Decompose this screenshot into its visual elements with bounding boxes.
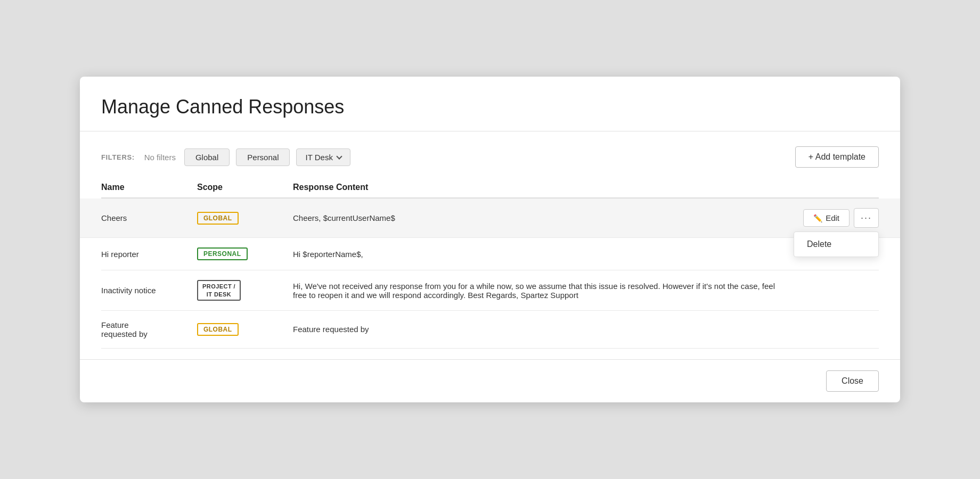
row-scope-3: GLOBAL (197, 323, 293, 336)
modal: Manage Canned Responses FILTERS: No filt… (80, 77, 900, 402)
header-actions (783, 183, 879, 192)
filters-label: FILTERS: (101, 153, 135, 161)
modal-title: Manage Canned Responses (101, 96, 879, 118)
filter-itdesk-label: IT Desk (305, 153, 332, 162)
row-scope-2: PROJECT /IT DESK (197, 280, 293, 301)
scope-badge-1: PERSONAL (197, 247, 248, 260)
row-content-1: Hi $reporterName$, (293, 250, 783, 259)
row-actions-0: ✏️ Edit ··· Delete (783, 208, 879, 228)
delete-menu-item[interactable]: Delete (794, 232, 878, 257)
row-scope-1: PERSONAL (197, 247, 293, 260)
filter-personal-button[interactable]: Personal (236, 148, 290, 166)
edit-button-0[interactable]: ✏️ Edit (803, 209, 850, 227)
modal-footer: Close (80, 359, 900, 402)
close-button[interactable]: Close (826, 370, 879, 392)
header-scope: Scope (197, 183, 293, 192)
row-content-2: Hi, We've not received any response from… (293, 282, 783, 300)
dropdown-menu: Delete (794, 232, 879, 257)
header-name: Name (101, 183, 197, 192)
chevron-down-icon (336, 154, 342, 160)
scope-badge-3: GLOBAL (197, 323, 239, 336)
modal-body: FILTERS: No filters Global Personal IT D… (80, 131, 900, 349)
modal-header: Manage Canned Responses (80, 77, 900, 131)
edit-label: Edit (826, 213, 839, 222)
pencil-icon: ✏️ (813, 214, 822, 222)
table-row: Featurerequested by GLOBAL Feature reque… (101, 311, 879, 349)
row-name-1: Hi reporter (101, 250, 197, 259)
row-name-3: Featurerequested by (101, 320, 197, 338)
row-name-2: Inactivity notice (101, 286, 197, 295)
header-content: Response Content (293, 183, 783, 192)
row-content-0: Cheers, $currentUserName$ (293, 213, 783, 222)
more-button-0[interactable]: ··· (854, 208, 879, 228)
table-row: Inactivity notice PROJECT /IT DESK Hi, W… (101, 270, 879, 311)
table-row: Cheers GLOBAL Cheers, $currentUserName$ … (80, 199, 900, 238)
row-content-3: Feature requested by (293, 325, 783, 334)
filters-row: FILTERS: No filters Global Personal IT D… (101, 146, 879, 168)
no-filters-label: No filters (144, 153, 176, 162)
table-row: Hi reporter PERSONAL Hi $reporterName$, (101, 238, 879, 270)
scope-badge-2: PROJECT /IT DESK (197, 280, 241, 301)
row-scope-0: GLOBAL (197, 212, 293, 225)
scope-badge-0: GLOBAL (197, 212, 239, 225)
filter-itdesk-button[interactable]: IT Desk (296, 148, 350, 166)
table-header: Name Scope Response Content (101, 183, 879, 199)
add-template-button[interactable]: + Add template (795, 146, 879, 168)
row-name-0: Cheers (101, 213, 197, 222)
filter-global-button[interactable]: Global (184, 148, 230, 166)
